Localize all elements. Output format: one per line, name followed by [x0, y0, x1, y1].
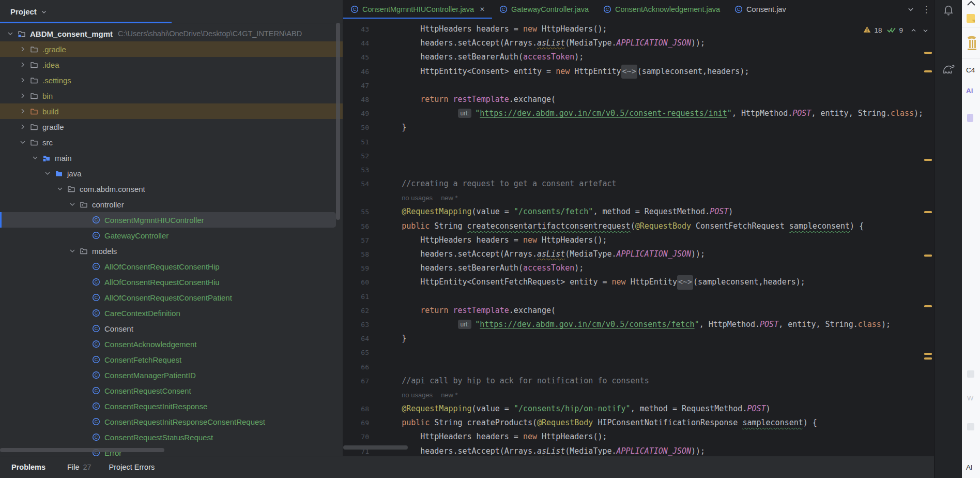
editor-tab[interactable]: CConsentAcknowledgement.java [596, 0, 727, 19]
chevron-collapsed-icon[interactable] [19, 76, 30, 84]
error-stripe-mark[interactable] [924, 305, 932, 307]
tree-item[interactable]: CConsentRequestInitResponse [0, 398, 343, 414]
tree-item[interactable]: CCareContextDefinition [0, 305, 343, 321]
tree-vertical-scrollbar[interactable] [336, 23, 340, 220]
sticky-note-icon[interactable] [967, 14, 975, 23]
bottom-tab-problems[interactable]: Problems [11, 463, 45, 471]
error-stripe-mark[interactable] [924, 255, 932, 257]
error-stripe-mark[interactable] [924, 357, 932, 360]
code-line[interactable]: 56 public String createconsentartifactco… [343, 219, 934, 233]
code-line[interactable]: 52 [343, 149, 934, 163]
chevron-expanded-icon[interactable] [68, 247, 80, 255]
notifications-bell-icon[interactable] [943, 4, 955, 18]
tree-item[interactable]: CConsentAcknowledgement [0, 336, 343, 352]
tree-horizontal-scrollbar[interactable] [0, 448, 164, 452]
error-stripe-mark[interactable] [924, 211, 932, 213]
code-line[interactable]: 54 //creating a request to get a consent… [343, 177, 934, 191]
code-line[interactable]: 46 HttpEntity<Consent> entity = new Http… [343, 65, 934, 79]
tree-item[interactable]: java [0, 166, 343, 181]
code-line[interactable]: 43 HttpHeaders headers = new HttpHeaders… [343, 22, 934, 36]
code-line[interactable]: 59 headers.setBearerAuth(accessToken); [343, 261, 934, 275]
error-stripe-mark[interactable] [924, 52, 932, 54]
code-line[interactable]: 45 headers.setBearerAuth(accessToken); [343, 50, 934, 64]
tab-list-chevron-icon[interactable] [903, 0, 918, 19]
chevron-collapsed-icon[interactable] [19, 61, 30, 69]
tree-item[interactable]: CConsentMgmntHIUController [0, 212, 336, 228]
chevron-collapsed-icon[interactable] [19, 45, 30, 53]
code-line[interactable]: 66 [343, 360, 934, 374]
code-line[interactable]: 60 HttpEntity<ConsentFetchRequest> entit… [343, 275, 934, 289]
tree-item[interactable]: CConsentRequestConsent [0, 383, 343, 398]
chevron-expanded-icon[interactable] [68, 200, 80, 208]
tree-item[interactable]: .gradle [0, 41, 343, 57]
code-line[interactable]: 47 [343, 79, 934, 93]
inlay-hint-row[interactable]: no usagesnew * [343, 388, 934, 402]
tree-item[interactable]: CConsent [0, 321, 343, 336]
previous-problem-chevron-icon[interactable] [910, 27, 917, 34]
tree-item[interactable]: build [0, 103, 343, 119]
tree-item[interactable]: CAllOfConsentRequestConsentHiu [0, 274, 343, 290]
tree-item[interactable]: bin [0, 88, 343, 103]
usages-hint[interactable]: no usages [402, 391, 433, 399]
chevron-expanded-icon[interactable] [19, 138, 30, 146]
code-line[interactable]: 71 headers.setAccept(Arrays.asList(Media… [343, 444, 934, 456]
usages-hint[interactable]: no usages [402, 194, 433, 202]
code-line[interactable]: 63 url:"https://dev.abdm.gov.in/cm/v0.5/… [343, 318, 934, 332]
author-hint[interactable]: new * [441, 391, 458, 399]
tree-item[interactable]: models [0, 243, 343, 259]
tree-item[interactable]: CConsentFetchRequest [0, 352, 343, 367]
tree-item[interactable]: .idea [0, 57, 343, 72]
tree-item[interactable]: CAllOfConsentRequestConsentPatient [0, 290, 343, 305]
bottom-tab-file[interactable]: File27 [67, 463, 91, 471]
chevron-expanded-icon[interactable] [43, 169, 55, 177]
code-line[interactable]: 65 [343, 346, 934, 360]
tab-close-icon[interactable]: ✕ [480, 6, 485, 13]
editor-horizontal-scrollbar[interactable] [343, 445, 408, 450]
tree-item[interactable]: .settings [0, 72, 343, 88]
code-line[interactable]: 70 HttpHeaders headers = new HttpHeaders… [343, 430, 934, 444]
code-line[interactable]: 64 } [343, 332, 934, 346]
chevron-expanded-icon[interactable] [31, 154, 42, 162]
tree-item[interactable]: ABDM_consent_mgmtC:\Users\shahi\OneDrive… [0, 26, 343, 41]
code-line[interactable]: 58 headers.setAccept(Arrays.asList(Media… [343, 247, 934, 261]
error-stripe-mark[interactable] [924, 159, 932, 161]
editor-tab[interactable]: CGatewayController.java [492, 0, 596, 19]
code-line[interactable]: 61 [343, 290, 934, 304]
code-line[interactable]: 68 @RequestMapping(value = "/consents/hi… [343, 402, 934, 416]
code-line[interactable]: 55 @RequestMapping(value = "/consents/fe… [343, 205, 934, 219]
code-line[interactable]: 51 [343, 135, 934, 149]
tree-item[interactable]: com.abdm.consent [0, 181, 343, 197]
tree-item[interactable]: src [0, 135, 343, 150]
next-problem-chevron-icon[interactable] [922, 27, 929, 34]
tree-item[interactable]: CConsentRequestInitResponseConsentReques… [0, 414, 343, 429]
tree-item[interactable]: CGatewayController [0, 228, 343, 243]
code-line[interactable]: 69 public String createProducts(@Request… [343, 416, 934, 430]
code-line[interactable]: 57 HttpHeaders headers = new HttpHeaders… [343, 233, 934, 247]
code-editor[interactable]: 43 HttpHeaders headers = new HttpHeaders… [343, 19, 934, 456]
editor-tab[interactable]: CConsentMgmntHIUController.java✕ [343, 0, 492, 19]
code-line[interactable]: 62 return restTemplate.exchange( [343, 304, 934, 318]
code-line[interactable]: 50 } [343, 121, 934, 135]
tree-item[interactable]: CAllOfConsentRequestConsentHip [0, 259, 343, 274]
tree-item[interactable]: gradle [0, 119, 343, 135]
code-line[interactable]: 53 [343, 163, 934, 177]
tree-item[interactable]: main [0, 150, 343, 166]
tree-item[interactable]: CConsentManagerPatientID [0, 367, 343, 383]
code-line[interactable]: 67 //api call by hip to ack for notifica… [343, 374, 934, 388]
error-stripe-mark[interactable] [924, 70, 932, 72]
tree-item[interactable]: controller [0, 197, 343, 212]
code-line[interactable]: 44 headers.setAccept(Arrays.asList(Media… [343, 36, 934, 50]
chevron-expanded-icon[interactable] [56, 185, 67, 193]
tree-item[interactable]: CConsentRequestStatusRequest [0, 429, 343, 445]
pillar-icon[interactable] [966, 35, 977, 51]
code-line[interactable]: 49 url:"https://dev.abdm.gov.in/cm/v0.5/… [343, 107, 934, 121]
tab-options-kebab-icon[interactable]: ⋮ [918, 0, 934, 19]
chevron-collapsed-icon[interactable] [19, 92, 30, 100]
chevron-expanded-icon[interactable] [6, 29, 18, 38]
inlay-hint-row[interactable]: no usagesnew * [343, 191, 934, 205]
error-stripe-mark[interactable] [924, 353, 932, 355]
chevron-collapsed-icon[interactable] [19, 123, 30, 131]
editor-tab[interactable]: CConsent.jav [727, 0, 793, 19]
project-header[interactable]: Project [0, 0, 343, 23]
inspections-widget[interactable]: 18 9 [863, 26, 929, 35]
